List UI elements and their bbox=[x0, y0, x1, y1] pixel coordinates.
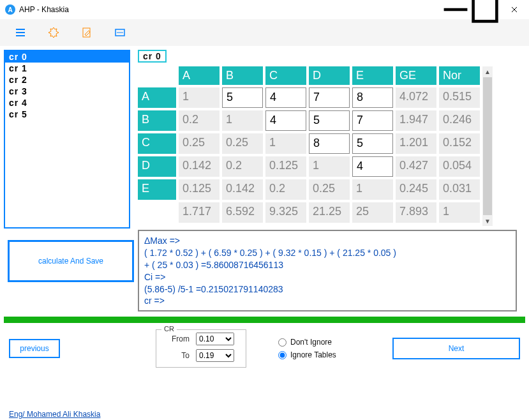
matrix-cell: 0.054 bbox=[439, 156, 480, 177]
sidebar-item[interactable]: cr 3 bbox=[5, 86, 129, 97]
author-link[interactable]: Eng/ Mohamed Ali Khaskia bbox=[9, 410, 100, 419]
sidebar-item[interactable]: cr 2 bbox=[5, 74, 129, 86]
radio-dont-ignore[interactable]: Don't Ignore bbox=[278, 338, 336, 347]
matrix-cell: 0.2 bbox=[265, 179, 306, 200]
section-divider bbox=[4, 317, 525, 323]
matrix-cell: 4.072 bbox=[396, 87, 436, 108]
maximize-button[interactable] bbox=[470, 0, 500, 19]
matrix-cell: 1 bbox=[352, 179, 393, 200]
comparison-matrix: ABCDEGENorA154784.0720.515B0.214571.9470… bbox=[138, 66, 480, 223]
matrix-cell: 0.152 bbox=[439, 133, 480, 154]
matrix-cell: 0.427 bbox=[396, 156, 436, 177]
log-line: (5.86-5) /5-1 =0.215021791140283 bbox=[144, 283, 510, 296]
matrix-cell[interactable]: 7 bbox=[309, 87, 350, 108]
scroll-up-icon[interactable]: ▲ bbox=[482, 66, 493, 77]
matrix-corner bbox=[138, 66, 176, 85]
matrix-cell: 0.246 bbox=[439, 110, 480, 131]
matrix-col-header: E bbox=[352, 66, 393, 85]
log-line: ΔMax => bbox=[144, 235, 510, 247]
matrix-cell[interactable]: 5 bbox=[309, 110, 350, 131]
matrix-col-header: D bbox=[309, 66, 350, 85]
matrix-cell[interactable]: 5 bbox=[222, 87, 263, 108]
matrix-cell[interactable]: 4 bbox=[265, 87, 306, 108]
matrix-sum-cell: 7.893 bbox=[396, 202, 436, 223]
matrix-col-header: A bbox=[179, 66, 220, 85]
sidebar-item[interactable]: cr 1 bbox=[5, 63, 129, 74]
cr-to-select[interactable]: 0.100.110.120.130.140.150.160.170.180.19 bbox=[196, 349, 234, 362]
matrix-cell: 0.515 bbox=[439, 87, 480, 108]
matrix-cell: 0.25 bbox=[309, 179, 350, 200]
scroll-thumb[interactable] bbox=[483, 77, 492, 215]
cr-from-select[interactable]: 0.100.110.120.130.140.150.160.170.180.19 bbox=[196, 333, 234, 345]
matrix-cell: 0.2 bbox=[222, 156, 263, 177]
matrix-cell[interactable]: 4 bbox=[265, 110, 306, 131]
log-line: ( 1.72 * 0.52 ) + ( 6.59 * 0.25 ) + ( 9.… bbox=[144, 247, 510, 259]
matrix-col-header: C bbox=[265, 66, 306, 85]
matrix-cell: 0.2 bbox=[179, 110, 220, 131]
sidebar-item[interactable]: cr 5 bbox=[5, 109, 129, 120]
previous-button[interactable]: previous bbox=[9, 339, 60, 358]
matrix-col-header: GE bbox=[396, 66, 436, 85]
radio-ignore-tables-input[interactable] bbox=[278, 351, 287, 359]
calculate-save-button[interactable]: calculate And Save bbox=[8, 240, 134, 282]
matrix-row-header: C bbox=[138, 133, 176, 154]
matrix-row-header: B bbox=[138, 110, 176, 131]
sidebar-item[interactable]: cr 0 bbox=[5, 51, 129, 63]
matrix-sum-cell: 21.25 bbox=[309, 202, 350, 223]
calculation-log: ΔMax => ( 1.72 * 0.52 ) + ( 6.59 * 0.25 … bbox=[138, 230, 517, 311]
menu-icon[interactable] bbox=[13, 25, 28, 40]
matrix-cell: 0.25 bbox=[179, 133, 220, 154]
matrix-cell: 0.245 bbox=[396, 179, 436, 200]
svg-rect-1 bbox=[473, 0, 497, 21]
next-button[interactable]: Next bbox=[392, 338, 520, 359]
log-line: cr => bbox=[144, 295, 510, 307]
scroll-down-icon[interactable]: ▼ bbox=[482, 216, 493, 226]
cr-to-label: To bbox=[168, 351, 190, 360]
ignore-radio-group: Don't Ignore Ignore Tables bbox=[278, 338, 336, 359]
log-line: Ci => bbox=[144, 271, 510, 283]
cr-legend: CR bbox=[161, 325, 177, 333]
matrix-sum-cell: 25 bbox=[352, 202, 393, 223]
criteria-list[interactable]: cr 0cr 1cr 2cr 3cr 4cr 5 bbox=[4, 50, 130, 229]
matrix-cell: 0.125 bbox=[179, 179, 220, 200]
matrix-cell[interactable]: 5 bbox=[352, 133, 393, 154]
matrix-col-header: Nor bbox=[439, 66, 480, 85]
matrix-cell: 0.125 bbox=[265, 156, 306, 177]
matrix-sum-blank bbox=[138, 202, 176, 223]
matrix-cell[interactable]: 4 bbox=[352, 156, 393, 177]
matrix-cell: 0.25 bbox=[222, 133, 263, 154]
matrix-cell: 1.201 bbox=[396, 133, 436, 154]
matrix-cell: 1 bbox=[179, 87, 220, 108]
sidebar-item[interactable]: cr 4 bbox=[5, 97, 129, 109]
log-line: + ( 25 * 0.03 ) =5.86008716456113 bbox=[144, 259, 510, 271]
radio-dont-ignore-input[interactable] bbox=[278, 338, 287, 347]
matrix-cell[interactable]: 7 bbox=[352, 110, 393, 131]
app-icon: A bbox=[5, 4, 15, 15]
matrix-cell: 0.142 bbox=[179, 156, 220, 177]
cr-range-group: CR From 0.100.110.120.130.140.150.160.17… bbox=[156, 329, 246, 368]
matrix-row-header: D bbox=[138, 156, 176, 177]
matrix-sum-cell: 1 bbox=[439, 202, 480, 223]
close-button[interactable] bbox=[500, 0, 529, 19]
radio-ignore-tables[interactable]: Ignore Tables bbox=[278, 350, 336, 359]
cr-from-label: From bbox=[168, 334, 190, 343]
title-bar: A AHP - Khaskia bbox=[0, 0, 529, 19]
matrix-row-header: E bbox=[138, 179, 176, 200]
matrix-cell[interactable]: 8 bbox=[309, 133, 350, 154]
compute-icon[interactable] bbox=[112, 25, 128, 40]
matrix-scrollbar[interactable]: ▲ ▼ bbox=[482, 66, 493, 226]
minimize-button[interactable] bbox=[441, 0, 470, 19]
matrix-cell: 1 bbox=[222, 110, 263, 131]
current-cr-tag: cr 0 bbox=[138, 50, 167, 63]
matrix-cell[interactable]: 8 bbox=[352, 87, 393, 108]
matrix-cell: 0.031 bbox=[439, 179, 480, 200]
edit-icon[interactable] bbox=[79, 25, 94, 40]
matrix-sum-cell: 1.717 bbox=[179, 202, 220, 223]
matrix-cell: 1.947 bbox=[396, 110, 436, 131]
window-title: AHP - Khaskia bbox=[19, 5, 69, 14]
matrix-cell: 0.142 bbox=[222, 179, 263, 200]
svg-marker-7 bbox=[48, 27, 59, 38]
new-icon[interactable] bbox=[46, 25, 61, 40]
matrix-cell: 1 bbox=[309, 156, 350, 177]
matrix-cell: 1 bbox=[265, 133, 306, 154]
